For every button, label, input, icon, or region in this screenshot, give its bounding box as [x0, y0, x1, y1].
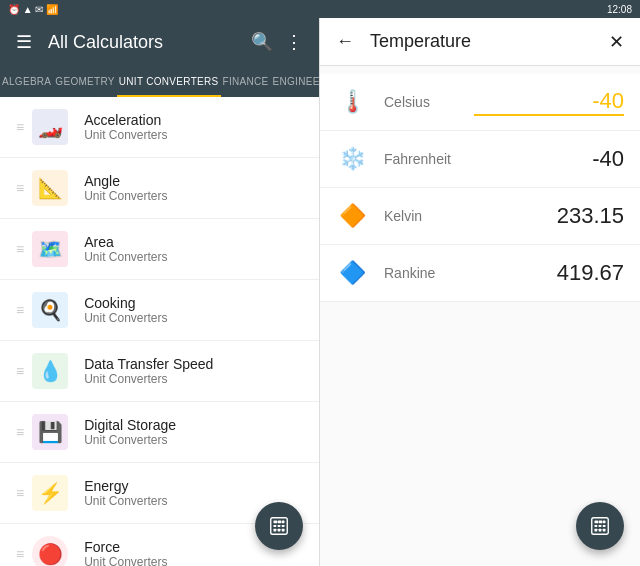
calc-icon: 🏎️: [32, 109, 68, 145]
calc-icon: 💾: [32, 414, 68, 450]
tab-finance[interactable]: FINANCE: [221, 66, 271, 97]
search-icon[interactable]: 🔍: [251, 31, 273, 53]
kelvin-icon: 🔶: [336, 200, 368, 232]
calc-name: Energy: [84, 478, 167, 494]
tab-unit-converters[interactable]: UNIT CONVERTERS: [117, 66, 221, 97]
svg-rect-15: [599, 525, 602, 527]
right-header: ← Temperature ✕: [320, 18, 640, 66]
calc-icon: 🗺️: [32, 231, 68, 267]
kelvin-label: Kelvin: [384, 208, 474, 224]
tab-engineering[interactable]: ENGINEERING: [271, 66, 320, 97]
svg-rect-17: [595, 529, 598, 532]
status-bar-right: 12:08: [607, 4, 632, 15]
svg-rect-13: [603, 521, 606, 524]
status-bar-left: ⏰ ▲ ✉ 📶: [8, 4, 58, 15]
main-content: ☰ All Calculators 🔍 ⋮ ALGEBRA GEOMETRY U…: [0, 18, 640, 566]
calc-info: Cooking Unit Converters: [84, 295, 167, 325]
calc-category: Unit Converters: [84, 250, 167, 264]
calc-info: Energy Unit Converters: [84, 478, 167, 508]
temperature-row-fahrenheit[interactable]: ❄️ Fahrenheit -40: [320, 131, 640, 188]
calculator-list: ≡ 🏎️ Acceleration Unit Converters ≡ 📐 An…: [0, 97, 319, 566]
list-item[interactable]: ≡ 🏎️ Acceleration Unit Converters: [0, 97, 319, 158]
calc-name: Force: [84, 539, 167, 555]
left-header-icons: 🔍 ⋮: [251, 31, 303, 53]
calc-category: Unit Converters: [84, 372, 213, 386]
back-icon[interactable]: ←: [336, 31, 354, 52]
right-header-left: ← Temperature: [336, 31, 471, 52]
svg-rect-2: [278, 521, 282, 524]
list-item[interactable]: ≡ 🗺️ Area Unit Converters: [0, 219, 319, 280]
svg-rect-4: [274, 525, 277, 527]
list-item[interactable]: ≡ 💧 Data Transfer Speed Unit Converters: [0, 341, 319, 402]
calc-name: Angle: [84, 173, 167, 189]
svg-rect-19: [603, 529, 606, 532]
tab-geometry[interactable]: GEOMETRY: [53, 66, 116, 97]
celsius-icon: 🌡️: [336, 86, 368, 118]
fahrenheit-icon: ❄️: [336, 143, 368, 175]
calc-icon: 💧: [32, 353, 68, 389]
calc-category: Unit Converters: [84, 494, 167, 508]
rankine-value[interactable]: 419.67: [474, 260, 624, 286]
svg-rect-18: [599, 529, 602, 532]
list-item[interactable]: ≡ 💾 Digital Storage Unit Converters: [0, 402, 319, 463]
rankine-icon: 🔷: [336, 257, 368, 289]
right-panel-title: Temperature: [370, 31, 471, 52]
calc-info: Area Unit Converters: [84, 234, 167, 264]
fahrenheit-value[interactable]: -40: [474, 146, 624, 172]
drag-handle-icon: ≡: [16, 180, 24, 196]
svg-rect-14: [595, 525, 598, 527]
temperature-row-celsius[interactable]: 🌡️ Celsius -40: [320, 74, 640, 131]
calc-icon: 🔴: [32, 536, 68, 566]
calc-icon: 🍳: [32, 292, 68, 328]
more-icon[interactable]: ⋮: [285, 31, 303, 53]
calc-category: Unit Converters: [84, 433, 176, 447]
menu-icon[interactable]: ☰: [16, 31, 32, 53]
calc-info: Force Unit Converters: [84, 539, 167, 566]
drag-handle-icon: ≡: [16, 302, 24, 318]
drag-handle-icon: ≡: [16, 424, 24, 440]
svg-rect-16: [603, 525, 606, 527]
calc-icon: 📐: [32, 170, 68, 206]
svg-rect-6: [282, 525, 285, 527]
list-item[interactable]: ≡ 🍳 Cooking Unit Converters: [0, 280, 319, 341]
calc-info: Acceleration Unit Converters: [84, 112, 167, 142]
calc-category: Unit Converters: [84, 555, 167, 566]
svg-rect-5: [278, 525, 281, 527]
calc-name: Acceleration: [84, 112, 167, 128]
svg-rect-1: [274, 521, 278, 524]
calc-name: Digital Storage: [84, 417, 176, 433]
svg-rect-8: [278, 529, 281, 532]
calc-info: Data Transfer Speed Unit Converters: [84, 356, 213, 386]
kelvin-value[interactable]: 233.15: [474, 203, 624, 229]
left-header-left: ☰ All Calculators: [16, 31, 163, 53]
celsius-label: Celsius: [384, 94, 474, 110]
left-panel-title: All Calculators: [48, 32, 163, 53]
calc-info: Angle Unit Converters: [84, 173, 167, 203]
drag-handle-icon: ≡: [16, 241, 24, 257]
tab-algebra[interactable]: ALGEBRA: [0, 66, 53, 97]
temperature-row-kelvin[interactable]: 🔶 Kelvin 233.15: [320, 188, 640, 245]
temperature-row-rankine[interactable]: 🔷 Rankine 419.67: [320, 245, 640, 302]
calc-info: Digital Storage Unit Converters: [84, 417, 176, 447]
right-fab-button[interactable]: [576, 502, 624, 550]
tabs-bar: ALGEBRA GEOMETRY UNIT CONVERTERS FINANCE…: [0, 66, 319, 97]
left-fab-button[interactable]: [255, 502, 303, 550]
right-panel: ← Temperature ✕ 🌡️ Celsius -40 ❄️ Fahren…: [320, 18, 640, 566]
close-icon[interactable]: ✕: [609, 31, 624, 53]
calculator-icon: [268, 515, 290, 537]
status-bar: ⏰ ▲ ✉ 📶 12:08: [0, 0, 640, 18]
drag-handle-icon: ≡: [16, 119, 24, 135]
status-icons: ⏰ ▲ ✉ 📶: [8, 4, 58, 15]
celsius-value[interactable]: -40: [474, 88, 624, 116]
svg-rect-11: [595, 521, 599, 524]
calc-category: Unit Converters: [84, 189, 167, 203]
status-time: 12:08: [607, 4, 632, 15]
svg-rect-9: [282, 529, 285, 532]
list-item[interactable]: ≡ 📐 Angle Unit Converters: [0, 158, 319, 219]
calc-icon: ⚡: [32, 475, 68, 511]
calc-name: Cooking: [84, 295, 167, 311]
calc-category: Unit Converters: [84, 128, 167, 142]
calc-category: Unit Converters: [84, 311, 167, 325]
svg-rect-12: [599, 521, 603, 524]
temperature-list: 🌡️ Celsius -40 ❄️ Fahrenheit -40 🔶 Kelvi…: [320, 66, 640, 566]
